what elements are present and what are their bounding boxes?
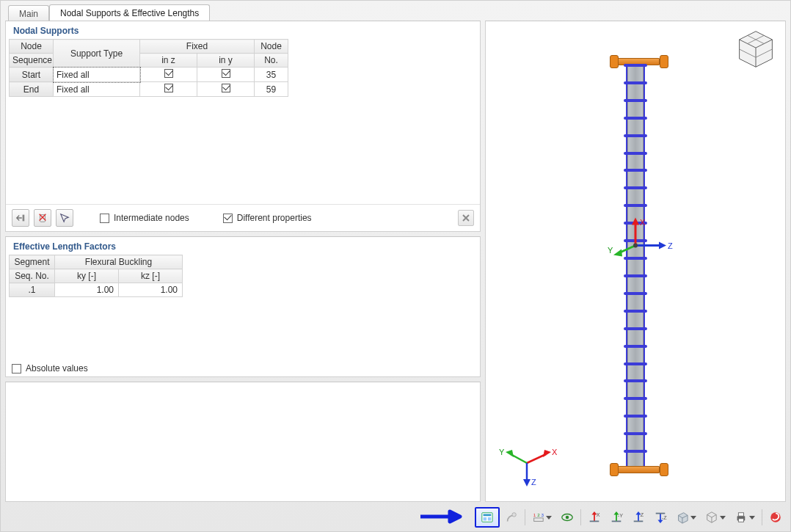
svg-point-16	[633, 244, 638, 248]
svg-line-59	[712, 514, 716, 517]
svg-text:-Z: -Z	[662, 514, 667, 521]
absolute-values-label: Absolute values	[26, 363, 88, 374]
ky-cell[interactable]: 1.00	[55, 283, 119, 297]
different-properties-checkbox[interactable]: Different properties	[223, 213, 312, 223]
check-icon	[164, 69, 173, 78]
hdr-seg-l2: Seq. No.	[10, 269, 55, 283]
svg-marker-14	[613, 249, 622, 257]
checkbox-icon	[223, 214, 233, 223]
checkbox-icon	[100, 214, 109, 223]
table-row[interactable]: .1 1.00 1.00	[10, 283, 183, 297]
support-bottom	[613, 451, 664, 488]
svg-text:Z: Z	[531, 478, 536, 487]
check-icon	[164, 84, 173, 92]
svg-marker-11	[659, 242, 666, 249]
hdr-in-z: in z	[140, 54, 197, 68]
table-row[interactable]: End Fixed all 59	[10, 82, 288, 97]
view-3d[interactable]: X Z Y X	[485, 21, 786, 502]
print-button[interactable]	[731, 508, 759, 527]
panel-effective-lengths: Effective Length Factors Segment Flexura…	[5, 236, 481, 377]
svg-rect-0	[23, 215, 25, 222]
intermediate-nodes-label: Intermediate nodes	[114, 213, 189, 223]
svg-text:X: X	[552, 448, 558, 456]
axis-z-mirror-button[interactable]: -Z	[650, 508, 671, 527]
check-icon	[222, 69, 230, 78]
different-properties-label: Different properties	[237, 213, 312, 223]
svg-text:Y: Y	[499, 448, 505, 456]
projection-1-button[interactable]	[672, 508, 700, 527]
hdr-flexural: Flexural Buckling	[55, 255, 183, 269]
supports-table[interactable]: Node Support Type Fixed Node Sequence in…	[9, 39, 288, 97]
checkbox-icon	[12, 364, 21, 374]
axis-y-button[interactable]: -Y	[606, 508, 627, 527]
view-button[interactable]	[557, 508, 577, 527]
absolute-values-checkbox[interactable]: Absolute values	[6, 360, 480, 376]
svg-rect-29	[488, 517, 491, 520]
x-icon	[462, 214, 470, 222]
svg-marker-8	[632, 218, 639, 225]
info-panel	[5, 382, 481, 502]
svg-text:Z: Z	[641, 511, 644, 518]
content-split: Nodal Supports Node Support Type Fixed N…	[5, 21, 786, 502]
svg-point-36	[566, 516, 569, 520]
svg-rect-63	[738, 519, 743, 522]
pick-button[interactable]	[56, 209, 73, 227]
panel-title-lengths: Effective Length Factors	[6, 237, 480, 255]
hdr-fixed: Fixed	[140, 40, 255, 54]
tab-main[interactable]: Main	[8, 5, 49, 21]
projection-2-button[interactable]	[701, 508, 729, 527]
app-root: Main Nodal Supports & Effective Lengths …	[0, 0, 791, 532]
svg-point-30	[511, 513, 515, 517]
intermediate-nodes-checkbox[interactable]: Intermediate nodes	[100, 213, 189, 223]
reset-button[interactable]	[458, 210, 474, 226]
hdr-seg-l1: Segment	[10, 255, 55, 269]
svg-text:3: 3	[541, 512, 544, 517]
svg-marker-21	[506, 450, 514, 457]
view-cube[interactable]	[735, 29, 776, 70]
close-button[interactable]	[765, 508, 786, 527]
import-button[interactable]	[12, 209, 29, 227]
axis-z-button[interactable]: Z	[628, 508, 649, 527]
center-axes-gizmo: X Z Y	[602, 216, 668, 277]
hdr-node-no-l2: No.	[255, 54, 288, 68]
svg-text:X: X	[640, 218, 646, 227]
hdr-node-seq-l2: Sequence	[10, 54, 54, 68]
supports-body: Node Support Type Fixed Node Sequence in…	[6, 39, 480, 204]
panel-nodal-supports: Nodal Supports Node Support Type Fixed N…	[5, 21, 481, 232]
check-icon	[222, 84, 230, 92]
numbering-button[interactable]: 123	[528, 508, 556, 527]
tab-bar: Main Nodal Supports & Effective Lengths	[1, 1, 790, 21]
hdr-node-no-l1: Node	[255, 40, 288, 54]
left-column: Nodal Supports Node Support Type Fixed N…	[5, 21, 481, 502]
supports-toolbar: Intermediate nodes Different properties	[6, 204, 480, 231]
delete-button[interactable]	[34, 209, 51, 227]
svg-rect-62	[738, 513, 743, 516]
svg-line-58	[707, 514, 712, 517]
display-mode-button[interactable]	[475, 507, 500, 528]
svg-text:-Y: -Y	[618, 512, 623, 519]
hdr-node-seq-l1: Node	[10, 40, 54, 54]
kz-cell[interactable]: 1.00	[119, 283, 183, 297]
tab-nodal-supports[interactable]: Nodal Supports & Effective Lengths	[49, 4, 210, 21]
lengths-body: Segment Flexural Buckling Seq. No. ky [-…	[6, 255, 480, 360]
svg-rect-34	[533, 518, 543, 521]
svg-marker-24	[523, 479, 531, 487]
hdr-kz: kz [-]	[119, 269, 183, 283]
svg-line-17	[527, 454, 546, 463]
svg-rect-27	[483, 514, 491, 517]
bottom-toolbar: 123 X -Y Z -Z	[5, 506, 786, 528]
table-row[interactable]: Start Fixed all 35	[10, 68, 288, 82]
svg-text:1: 1	[533, 512, 536, 517]
support-type-cell[interactable]: Fixed all	[54, 82, 140, 97]
axis-x-button[interactable]: X	[584, 508, 605, 527]
corner-axes-gizmo: X Y Z	[497, 437, 556, 491]
support-type-cell[interactable]: Fixed all	[54, 68, 140, 82]
svg-text:2: 2	[537, 512, 540, 517]
panel-title-supports: Nodal Supports	[6, 21, 480, 39]
svg-text:Z: Z	[668, 241, 673, 250]
svg-rect-28	[483, 517, 486, 520]
hdr-in-y: in y	[197, 54, 255, 68]
load-case-button[interactable]	[501, 508, 522, 527]
lengths-table[interactable]: Segment Flexural Buckling Seq. No. ky [-…	[9, 255, 183, 297]
svg-marker-18	[543, 450, 551, 457]
